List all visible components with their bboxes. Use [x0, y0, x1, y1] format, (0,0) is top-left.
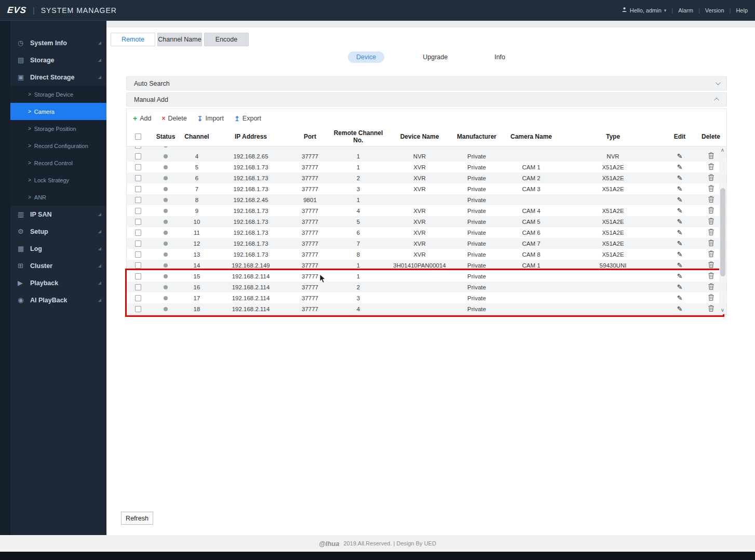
scroll-down-icon[interactable]: ˅	[721, 307, 724, 314]
sidebar-item-ip-san[interactable]: ▥IP SAN◢	[10, 206, 106, 223]
manual-add-section[interactable]: Manual Add	[126, 92, 727, 106]
edit-button[interactable]: ✎	[677, 239, 683, 247]
sidebar-item-log[interactable]: ▦Log◢	[10, 240, 106, 257]
delete-button[interactable]	[708, 154, 714, 160]
subnav-device[interactable]: Device	[348, 51, 384, 63]
row-checkbox[interactable]	[135, 273, 141, 279]
collapse-triangle-icon: ◢	[98, 281, 101, 285]
row-checkbox[interactable]	[135, 295, 141, 301]
row-checkbox[interactable]	[135, 175, 141, 181]
scroll-thumb[interactable]	[720, 188, 725, 277]
topbar-link-version[interactable]: Version	[705, 7, 724, 14]
row-checkbox[interactable]	[135, 208, 141, 214]
auto-search-section[interactable]: Auto Search	[126, 76, 727, 90]
submenu-item-label: Record Control	[34, 160, 73, 166]
user-icon	[622, 7, 627, 14]
sidebar-item-record-control[interactable]: >Record Control	[10, 154, 106, 171]
delete-button[interactable]	[708, 197, 714, 204]
tab-remote[interactable]: Remote	[111, 33, 155, 46]
sidebar-item-cluster[interactable]: ⊞Cluster◢	[10, 257, 106, 274]
sidebar-item-storage-position[interactable]: >Storage Position	[10, 120, 106, 137]
row-checkbox[interactable]	[135, 153, 141, 159]
sidebar-item-playback[interactable]: ▶Playback◢	[10, 274, 106, 291]
sidebar-item-system-info[interactable]: ◷System Info◢	[10, 34, 106, 51]
ai-playback-icon: ◉	[18, 296, 28, 304]
sidebar-item-record-configuration[interactable]: >Record Configuration	[10, 137, 106, 154]
edit-button[interactable]: ✎	[677, 174, 683, 182]
delete-button[interactable]	[708, 274, 714, 280]
submenu-arrow-icon: >	[28, 160, 31, 166]
delete-button[interactable]	[708, 296, 714, 302]
row-checkbox[interactable]	[135, 164, 141, 170]
delete-button-label: Delete	[168, 115, 186, 122]
row-checkbox[interactable]	[135, 306, 141, 312]
sidebar-item-direct-storage[interactable]: ▣Direct Storage◢	[10, 69, 106, 86]
subnav-info[interactable]: Info	[486, 51, 514, 63]
export-button[interactable]: ↥ Export	[234, 115, 261, 123]
app-title: SYSTEM MANAGER	[41, 6, 117, 15]
edit-button[interactable]: ✎	[677, 185, 683, 193]
import-button[interactable]: ↧ Import	[197, 115, 224, 123]
table-scrollbar[interactable]: ˄ ˅	[719, 147, 726, 314]
table-row: 9192.168.1.73377774XVRPrivateCAM 4X51A2E…	[127, 205, 726, 216]
submenu-arrow-icon: >	[28, 177, 31, 183]
delete-button[interactable]	[708, 306, 714, 313]
row-checkbox[interactable]	[135, 186, 141, 192]
scroll-track[interactable]	[719, 154, 726, 307]
row-checkbox[interactable]	[135, 146, 141, 149]
row-checkbox[interactable]	[135, 219, 141, 225]
row-checkbox[interactable]	[135, 262, 141, 269]
delete-button[interactable]	[708, 186, 714, 193]
edit-button[interactable]: ✎	[677, 283, 683, 291]
topbar-link-alarm[interactable]: Alarm	[678, 7, 693, 14]
delete-button[interactable]	[708, 176, 714, 182]
select-all-checkbox[interactable]	[135, 134, 141, 140]
delete-button[interactable]	[708, 263, 714, 269]
sidebar-item-lock-strategy[interactable]: >Lock Strategy	[10, 171, 106, 189]
row-checkbox[interactable]	[135, 251, 141, 258]
ip-san-icon: ▥	[18, 210, 28, 218]
topbar-link-help[interactable]: Help	[736, 7, 748, 14]
tab-channel-name[interactable]: Channel Name	[157, 33, 202, 46]
edit-button[interactable]: ✎	[677, 152, 683, 160]
delete-button[interactable]	[708, 252, 714, 258]
row-checkbox[interactable]	[135, 230, 141, 236]
edit-button[interactable]: ✎	[677, 163, 683, 171]
edit-button[interactable]: ✎	[677, 218, 683, 225]
delete-button[interactable]	[708, 208, 714, 215]
row-checkbox[interactable]	[135, 197, 141, 203]
add-button[interactable]: + Add	[133, 114, 151, 123]
subnav-upgrade[interactable]: Upgrade	[414, 51, 456, 63]
sidebar-item-camera[interactable]: >Camera	[10, 103, 106, 120]
row-checkbox[interactable]	[135, 241, 141, 247]
edit-button[interactable]: ✎	[677, 305, 683, 313]
collapse-triangle-icon: ◢	[98, 75, 101, 79]
sidebar-item-storage[interactable]: ▤Storage◢	[10, 51, 106, 69]
row-checkbox[interactable]	[135, 284, 141, 290]
table-row: 11192.168.1.73377776XVRPrivateCAM 6X51A2…	[127, 227, 726, 238]
edit-button[interactable]: ✎	[677, 250, 683, 258]
edit-button[interactable]: ✎	[677, 272, 683, 280]
delete-button[interactable]	[708, 241, 714, 247]
user-caret-icon: ▾	[664, 8, 667, 13]
topbar-separator: |	[698, 7, 700, 14]
edit-button[interactable]: ✎	[677, 229, 683, 236]
scroll-up-icon[interactable]: ˄	[721, 147, 724, 154]
sidebar-item-ai-playback[interactable]: ◉AI PlayBack◢	[10, 291, 106, 309]
sidebar-item-anr[interactable]: >ANR	[10, 189, 106, 206]
delete-button[interactable]	[708, 230, 714, 236]
edit-button[interactable]: ✎	[677, 294, 683, 302]
sidebar-item-setup[interactable]: ⚙Setup◢	[10, 223, 106, 240]
edit-button[interactable]: ✎	[677, 207, 683, 215]
sidebar-item-label: System Info	[30, 39, 98, 47]
tab-encode[interactable]: Encode	[204, 33, 249, 46]
delete-button[interactable]	[708, 165, 714, 171]
delete-button[interactable]	[708, 285, 714, 291]
delete-button[interactable]	[708, 219, 714, 225]
edit-button[interactable]: ✎	[677, 196, 683, 204]
delete-button-toolbar[interactable]: × Delete	[161, 115, 186, 122]
edit-button[interactable]: ✎	[677, 261, 683, 269]
user-menu[interactable]: Hello, admin ▾	[622, 7, 667, 14]
sidebar-item-storage-device[interactable]: >Storage Device	[10, 86, 106, 103]
refresh-button[interactable]: Refresh	[121, 512, 153, 525]
